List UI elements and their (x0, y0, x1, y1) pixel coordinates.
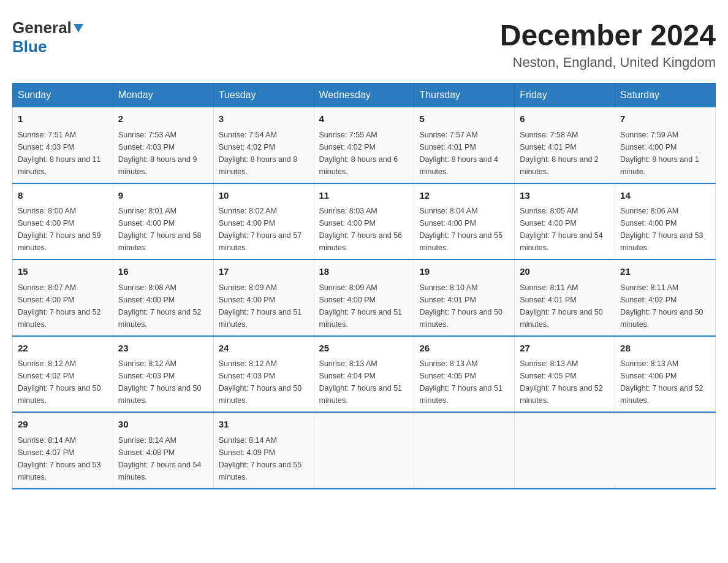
calendar-cell: 28 Sunrise: 8:13 AMSunset: 4:06 PMDaylig… (615, 336, 716, 413)
calendar-cell: 27 Sunrise: 8:13 AMSunset: 4:05 PMDaylig… (515, 336, 615, 413)
calendar-cell: 12 Sunrise: 8:04 AMSunset: 4:00 PMDaylig… (414, 183, 515, 260)
day-number: 14 (620, 189, 710, 203)
calendar-cell: 18 Sunrise: 8:09 AMSunset: 4:00 PMDaylig… (314, 259, 414, 336)
calendar-cell: 4 Sunrise: 7:55 AMSunset: 4:02 PMDayligh… (314, 107, 414, 183)
weekday-header-sunday: Sunday (13, 83, 113, 107)
day-info: Sunrise: 8:14 AMSunset: 4:09 PMDaylight:… (219, 434, 309, 483)
day-number: 17 (219, 265, 309, 279)
logo: General Blue (12, 18, 83, 56)
day-info: Sunrise: 7:55 AMSunset: 4:02 PMDaylight:… (319, 129, 409, 178)
day-number: 18 (319, 265, 409, 279)
day-number: 3 (219, 112, 309, 126)
calendar-cell: 17 Sunrise: 8:09 AMSunset: 4:00 PMDaylig… (213, 259, 314, 336)
day-info: Sunrise: 8:10 AMSunset: 4:01 PMDaylight:… (419, 282, 509, 331)
day-info: Sunrise: 8:00 AMSunset: 4:00 PMDaylight:… (18, 205, 108, 254)
calendar-cell: 8 Sunrise: 8:00 AMSunset: 4:00 PMDayligh… (13, 183, 113, 260)
day-number: 1 (18, 112, 108, 126)
day-number: 4 (319, 112, 409, 126)
day-number: 15 (18, 265, 108, 279)
day-number: 24 (219, 342, 309, 356)
calendar-cell: 19 Sunrise: 8:10 AMSunset: 4:01 PMDaylig… (414, 259, 515, 336)
weekday-header-friday: Friday (515, 83, 615, 107)
weekday-header-wednesday: Wednesday (314, 83, 414, 107)
logo-blue-text: Blue (12, 37, 47, 56)
calendar-cell: 10 Sunrise: 8:02 AMSunset: 4:00 PMDaylig… (213, 183, 314, 260)
day-number: 13 (520, 189, 610, 203)
day-number: 12 (419, 189, 509, 203)
day-number: 19 (419, 265, 509, 279)
calendar-week-3: 15 Sunrise: 8:07 AMSunset: 4:00 PMDaylig… (13, 259, 716, 336)
day-number: 29 (18, 418, 108, 432)
day-number: 23 (118, 342, 208, 356)
day-info: Sunrise: 8:04 AMSunset: 4:00 PMDaylight:… (419, 205, 509, 254)
calendar-week-1: 1 Sunrise: 7:51 AMSunset: 4:03 PMDayligh… (13, 107, 716, 183)
logo-general-text: General (12, 18, 72, 37)
day-info: Sunrise: 8:03 AMSunset: 4:00 PMDaylight:… (319, 205, 409, 254)
day-number: 27 (520, 342, 610, 356)
day-info: Sunrise: 7:54 AMSunset: 4:02 PMDaylight:… (219, 129, 309, 178)
calendar-cell: 25 Sunrise: 8:13 AMSunset: 4:04 PMDaylig… (314, 336, 414, 413)
day-number: 26 (419, 342, 509, 356)
calendar-cell: 31 Sunrise: 8:14 AMSunset: 4:09 PMDaylig… (213, 412, 314, 489)
logo-triangle-icon (74, 24, 83, 33)
calendar-week-2: 8 Sunrise: 8:00 AMSunset: 4:00 PMDayligh… (13, 183, 716, 260)
calendar-week-4: 22 Sunrise: 8:12 AMSunset: 4:02 PMDaylig… (13, 336, 716, 413)
day-info: Sunrise: 8:14 AMSunset: 4:08 PMDaylight:… (118, 434, 208, 483)
day-info: Sunrise: 8:14 AMSunset: 4:07 PMDaylight:… (18, 434, 108, 483)
day-info: Sunrise: 8:13 AMSunset: 4:04 PMDaylight:… (319, 358, 409, 407)
calendar-cell: 24 Sunrise: 8:12 AMSunset: 4:03 PMDaylig… (213, 336, 314, 413)
day-number: 21 (620, 265, 710, 279)
day-info: Sunrise: 8:09 AMSunset: 4:00 PMDaylight:… (319, 282, 409, 331)
calendar-cell: 7 Sunrise: 7:59 AMSunset: 4:00 PMDayligh… (615, 107, 716, 183)
calendar-header: SundayMondayTuesdayWednesdayThursdayFrid… (13, 83, 716, 107)
calendar-cell (414, 412, 515, 489)
calendar-table: SundayMondayTuesdayWednesdayThursdayFrid… (12, 83, 716, 489)
calendar-cell: 11 Sunrise: 8:03 AMSunset: 4:00 PMDaylig… (314, 183, 414, 260)
calendar-cell: 13 Sunrise: 8:05 AMSunset: 4:00 PMDaylig… (515, 183, 615, 260)
header-row: SundayMondayTuesdayWednesdayThursdayFrid… (13, 83, 716, 107)
day-number: 6 (520, 112, 610, 126)
calendar-cell: 20 Sunrise: 8:11 AMSunset: 4:01 PMDaylig… (515, 259, 615, 336)
calendar-cell: 6 Sunrise: 7:58 AMSunset: 4:01 PMDayligh… (515, 107, 615, 183)
calendar-week-5: 29 Sunrise: 8:14 AMSunset: 4:07 PMDaylig… (13, 412, 716, 489)
calendar-cell: 14 Sunrise: 8:06 AMSunset: 4:00 PMDaylig… (615, 183, 716, 260)
calendar-title: December 2024 (500, 18, 716, 52)
weekday-header-thursday: Thursday (414, 83, 515, 107)
calendar-cell: 21 Sunrise: 8:11 AMSunset: 4:02 PMDaylig… (615, 259, 716, 336)
day-number: 22 (18, 342, 108, 356)
day-info: Sunrise: 7:58 AMSunset: 4:01 PMDaylight:… (520, 129, 610, 178)
calendar-cell: 15 Sunrise: 8:07 AMSunset: 4:00 PMDaylig… (13, 259, 113, 336)
day-number: 7 (620, 112, 710, 126)
calendar-body: 1 Sunrise: 7:51 AMSunset: 4:03 PMDayligh… (13, 107, 716, 489)
calendar-cell: 2 Sunrise: 7:53 AMSunset: 4:03 PMDayligh… (113, 107, 213, 183)
calendar-cell: 16 Sunrise: 8:08 AMSunset: 4:00 PMDaylig… (113, 259, 213, 336)
calendar-cell (515, 412, 615, 489)
day-info: Sunrise: 8:07 AMSunset: 4:00 PMDaylight:… (18, 282, 108, 331)
day-number: 31 (219, 418, 309, 432)
day-number: 5 (419, 112, 509, 126)
calendar-cell: 5 Sunrise: 7:57 AMSunset: 4:01 PMDayligh… (414, 107, 515, 183)
calendar-cell: 9 Sunrise: 8:01 AMSunset: 4:00 PMDayligh… (113, 183, 213, 260)
calendar-cell: 29 Sunrise: 8:14 AMSunset: 4:07 PMDaylig… (13, 412, 113, 489)
day-info: Sunrise: 8:02 AMSunset: 4:00 PMDaylight:… (219, 205, 309, 254)
day-info: Sunrise: 8:09 AMSunset: 4:00 PMDaylight:… (219, 282, 309, 331)
day-number: 9 (118, 189, 208, 203)
day-number: 16 (118, 265, 208, 279)
day-info: Sunrise: 8:13 AMSunset: 4:06 PMDaylight:… (620, 358, 710, 407)
day-number: 10 (219, 189, 309, 203)
weekday-header-monday: Monday (113, 83, 213, 107)
day-info: Sunrise: 7:51 AMSunset: 4:03 PMDaylight:… (18, 129, 108, 178)
day-info: Sunrise: 8:12 AMSunset: 4:03 PMDaylight:… (219, 358, 309, 407)
weekday-header-saturday: Saturday (615, 83, 716, 107)
calendar-cell: 26 Sunrise: 8:13 AMSunset: 4:05 PMDaylig… (414, 336, 515, 413)
calendar-cell: 30 Sunrise: 8:14 AMSunset: 4:08 PMDaylig… (113, 412, 213, 489)
day-info: Sunrise: 8:05 AMSunset: 4:00 PMDaylight:… (520, 205, 610, 254)
day-info: Sunrise: 8:13 AMSunset: 4:05 PMDaylight:… (419, 358, 509, 407)
calendar-cell: 22 Sunrise: 8:12 AMSunset: 4:02 PMDaylig… (13, 336, 113, 413)
calendar-cell (615, 412, 716, 489)
day-info: Sunrise: 8:01 AMSunset: 4:00 PMDaylight:… (118, 205, 208, 254)
day-info: Sunrise: 8:13 AMSunset: 4:05 PMDaylight:… (520, 358, 610, 407)
day-info: Sunrise: 8:12 AMSunset: 4:02 PMDaylight:… (18, 358, 108, 407)
day-info: Sunrise: 8:11 AMSunset: 4:01 PMDaylight:… (520, 282, 610, 331)
day-number: 2 (118, 112, 208, 126)
